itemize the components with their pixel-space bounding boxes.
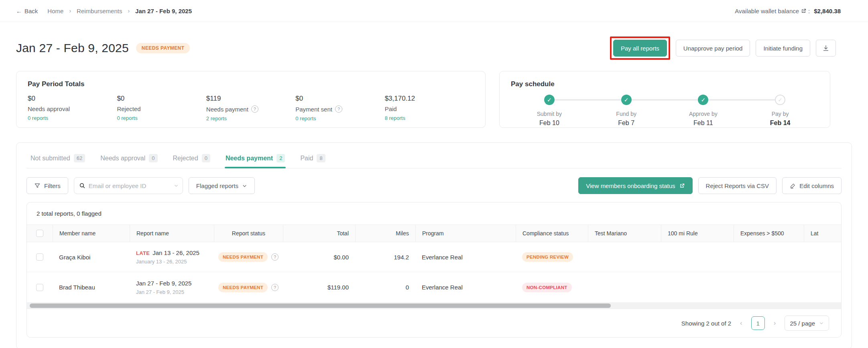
schedule-step-pay: ✓ Pay by Feb 14 (742, 95, 819, 127)
back-button[interactable]: ← Back (16, 8, 38, 14)
total-needs-approval: $0 Needs approval 0 reports (28, 95, 117, 121)
check-circle-icon: ✓ (698, 95, 708, 105)
report-subtitle: Jan 27 - Feb 9, 2025 (136, 289, 191, 295)
reports-link[interactable]: 2 reports (206, 115, 295, 121)
tab-needs-approval[interactable]: Needs approval 0 (100, 151, 158, 168)
check-circle-outline-icon: ✓ (775, 95, 785, 105)
scrollbar-thumb[interactable] (30, 303, 611, 308)
total-value: $0.00 (283, 242, 355, 272)
schedule-step-fund: ✓ Fund by Feb 7 (588, 95, 665, 127)
row-checkbox[interactable] (36, 284, 43, 291)
miles-value: 0 (355, 272, 415, 302)
horizontal-scrollbar[interactable] (27, 302, 841, 309)
report-status-tabs: Not submitted 62 Needs approval 0 Reject… (26, 151, 842, 168)
col-report-name[interactable]: Report name (130, 225, 214, 242)
member-name: Graça Kiboi (53, 242, 130, 272)
tab-rejected[interactable]: Rejected 0 (172, 151, 211, 168)
top-bar: ← Back Home › Reimbursements › Jan 27 - … (0, 0, 868, 22)
unapprove-pay-period-button[interactable]: Unapprove pay period (676, 40, 750, 57)
reports-link[interactable]: 0 reports (117, 115, 206, 121)
chevron-down-icon (174, 183, 179, 188)
tab-paid[interactable]: Paid 8 (299, 151, 326, 168)
compliance-badge: NON-COMPLIANT (522, 283, 572, 292)
col-late[interactable]: Lat (804, 225, 841, 242)
initiate-funding-button[interactable]: Initiate funding (756, 40, 810, 57)
totals-title: Pay Period Totals (28, 80, 474, 88)
funnel-icon (34, 182, 41, 189)
table-summary: 2 total reports, 0 flagged (27, 202, 841, 225)
program-value: Everlance Real (415, 272, 516, 302)
pencil-icon (790, 183, 796, 189)
reports-link[interactable]: 0 reports (295, 115, 384, 121)
filters-button[interactable]: Filters (26, 177, 68, 194)
chevron-right-icon: › (128, 8, 130, 14)
col-miles[interactable]: Miles (355, 225, 415, 242)
reports-table-card: 2 total reports, 0 flagged Member name R… (26, 202, 842, 338)
page-title: Jan 27 - Feb 9, 2025 (16, 41, 129, 55)
reports-link[interactable]: 8 reports (385, 115, 474, 121)
total-paid: $3,170.12 Paid 8 reports (385, 95, 474, 121)
col-compliance-status[interactable]: Compliance status (516, 225, 588, 242)
status-badge: NEEDS PAYMENT (136, 43, 190, 53)
col-test-mariano[interactable]: Test Mariano (588, 225, 661, 242)
tab-needs-payment[interactable]: Needs payment 2 (225, 151, 286, 168)
breadcrumb-reimbursements[interactable]: Reimbursements (77, 8, 122, 14)
pagination-summary: Showing 2 out of 2 (681, 320, 731, 327)
report-subtitle: January 13 - 26, 2025 (136, 259, 199, 265)
tab-not-submitted[interactable]: Not submitted 62 (30, 151, 86, 168)
previous-page-icon[interactable]: ‹ (738, 318, 744, 329)
schedule-step-submit: ✓ Submit by Feb 10 (511, 95, 588, 127)
page-number-button[interactable]: 1 (751, 316, 765, 330)
chevron-right-icon: › (69, 8, 71, 14)
select-all-checkbox[interactable] (36, 230, 43, 237)
search-box (74, 177, 183, 194)
col-member-name[interactable]: Member name (53, 225, 130, 242)
download-icon (822, 45, 829, 52)
search-input[interactable] (89, 182, 171, 189)
reject-reports-csv-button[interactable]: Reject Reports via CSV (698, 177, 777, 194)
breadcrumb-current: Jan 27 - Feb 9, 2025 (135, 8, 192, 14)
pay-schedule-card: Pay schedule ✓ Submit by Feb 10 ✓ Fund b… (499, 71, 830, 128)
program-value: Everlance Real (415, 242, 516, 272)
pay-period-totals-card: Pay Period Totals $0 Needs approval 0 re… (16, 71, 486, 128)
col-100-mi-rule[interactable]: 100 mi Rule (661, 225, 734, 242)
col-total[interactable]: Total (283, 225, 355, 242)
back-arrow-icon: ← (16, 8, 22, 14)
wallet-balance-value: $2,840.38 (814, 8, 841, 14)
table-row[interactable]: Brad Thibeau Jan 27 - Feb 9, 2025 Jan 27… (27, 272, 841, 302)
check-circle-icon: ✓ (544, 95, 555, 105)
header-actions: Pay all reports Unapprove pay period Ini… (610, 36, 836, 60)
late-flag: LATE (136, 250, 150, 256)
help-icon[interactable]: ? (251, 105, 258, 113)
schedule-step-approve: ✓ Approve by Feb 11 (665, 95, 742, 127)
compliance-badge: PENDING REVIEW (522, 252, 573, 262)
pay-all-reports-button[interactable]: Pay all reports (613, 40, 667, 57)
download-button[interactable] (816, 40, 836, 57)
total-value: $119.00 (283, 272, 355, 302)
table-row[interactable]: Graça Kiboi LATE Jan 13 - 26, 2025 Janua… (27, 242, 841, 272)
flagged-reports-dropdown[interactable]: Flagged reports (189, 177, 255, 194)
member-name: Brad Thibeau (53, 272, 130, 302)
help-icon[interactable]: ? (271, 284, 278, 291)
external-link-icon (679, 183, 685, 189)
total-payment-sent: $0 Payment sent ? 0 reports (295, 95, 384, 121)
next-page-icon[interactable]: › (772, 318, 778, 329)
report-name[interactable]: Jan 13 - 26, 2025 (152, 249, 199, 256)
help-icon[interactable]: ? (271, 253, 278, 261)
external-link-icon[interactable] (801, 8, 807, 14)
report-name[interactable]: Jan 27 - Feb 9, 2025 (136, 280, 191, 287)
breadcrumb-home[interactable]: Home (47, 8, 63, 14)
col-report-status[interactable]: Report status (214, 225, 283, 242)
page-size-dropdown[interactable]: 25 / page (785, 316, 829, 331)
view-onboarding-status-button[interactable]: View members onboarding status (578, 177, 692, 194)
col-program[interactable]: Program (415, 225, 516, 242)
filter-toolbar: Filters Flagged reports View members (26, 177, 842, 194)
tab-count-badge: 0 (202, 154, 210, 162)
edit-columns-button[interactable]: Edit columns (782, 177, 842, 194)
row-checkbox[interactable] (36, 253, 43, 261)
reports-link[interactable]: 0 reports (28, 115, 117, 121)
help-icon[interactable]: ? (335, 105, 342, 113)
col-expenses-500[interactable]: Expenses > $500 (734, 225, 804, 242)
tab-count-badge: 2 (276, 154, 285, 162)
breadcrumb: ← Back Home › Reimbursements › Jan 27 - … (16, 8, 192, 14)
